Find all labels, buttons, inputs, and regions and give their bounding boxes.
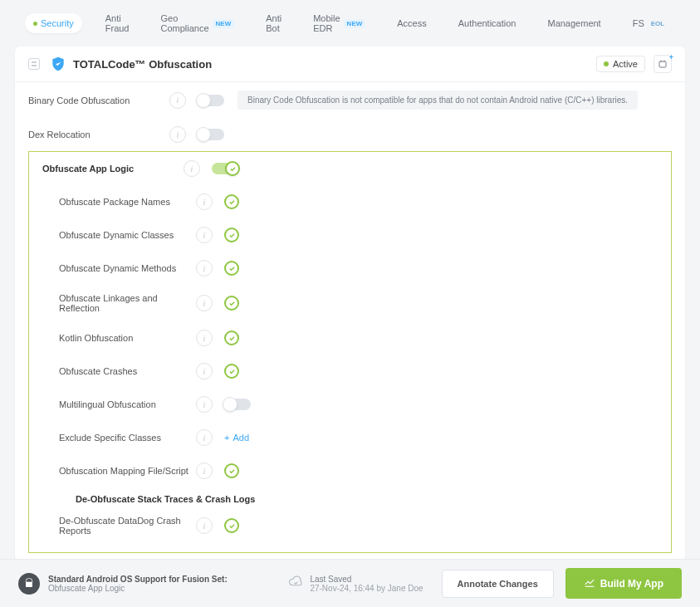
tab-anti-fraud[interactable]: Anti Fraud — [97, 8, 138, 38]
row-dynamic-methods: Obfuscate Dynamic Methods i — [46, 252, 671, 285]
toggle-dex[interactable] — [198, 129, 224, 140]
cloud-sync-icon — [288, 575, 303, 592]
info-icon[interactable]: i — [196, 429, 213, 446]
add-fusion-button[interactable]: + — [653, 55, 672, 73]
check-mapping[interactable] — [224, 463, 239, 478]
row-dex-relocation: Dex Relocation i — [15, 118, 685, 151]
row-datadog: De-Obfuscate DataDog Crash Reports i — [46, 507, 671, 544]
status-label: Active — [613, 59, 638, 69]
check-dynamic-methods[interactable] — [224, 261, 239, 276]
row-linkages-reflection: Obfuscate Linkages and Reflection i — [46, 285, 671, 321]
row-label: Obfuscate Dynamic Methods — [59, 263, 196, 273]
footer-bar: Standard Android OS Support for Fusion S… — [0, 559, 700, 607]
row-crashes: Obfuscate Crashes i — [46, 355, 671, 388]
tab-security[interactable]: Security — [25, 13, 82, 33]
check-crashes[interactable] — [224, 364, 239, 379]
row-exclude-classes: Exclude Specific Classes i + Add — [46, 421, 671, 454]
main-panel: TOTALCode™ Obfuscation Active + Binary C… — [15, 47, 685, 561]
toggle-multilingual[interactable] — [224, 399, 251, 410]
info-icon[interactable]: i — [196, 396, 213, 413]
annotate-changes-button[interactable]: Annotate Changes — [442, 570, 554, 598]
check-dynamic-classes[interactable] — [224, 228, 239, 242]
toggle-binary[interactable] — [198, 95, 224, 106]
info-icon[interactable]: i — [196, 260, 213, 277]
row-kotlin: Kotlin Obfuscation i — [46, 321, 671, 355]
info-icon[interactable]: i — [196, 463, 213, 479]
tab-geo-compliance[interactable]: Geo ComplianceNEW — [152, 8, 242, 38]
row-mapping-file: Obfuscation Mapping File/Script i — [46, 454, 671, 487]
footer-platform-line2: Obfuscate App Logic — [48, 584, 228, 593]
row-label: Obfuscate Crashes — [59, 366, 196, 376]
tab-label: Geo Compliance — [160, 13, 208, 33]
info-icon[interactable]: i — [169, 126, 186, 143]
info-message: Binary Code Obfuscation is not compatibl… — [237, 91, 638, 110]
tab-anti-bot[interactable]: Anti Bot — [257, 8, 290, 38]
status-badge: Active — [596, 56, 645, 72]
tab-access[interactable]: Access — [389, 13, 434, 33]
add-label: Add — [233, 433, 249, 443]
info-icon[interactable]: i — [196, 517, 213, 534]
check-datadog[interactable] — [224, 518, 239, 533]
android-icon — [18, 573, 40, 595]
row-obfuscate-app-logic: Obfuscate App Logic i — [29, 152, 671, 185]
plus-icon: + — [669, 53, 673, 61]
section-title: TOTALCode™ Obfuscation — [73, 58, 212, 71]
plus-icon: + — [224, 433, 229, 443]
info-icon[interactable]: i — [184, 160, 200, 177]
row-label: Obfuscate App Logic — [42, 164, 184, 174]
row-multilingual: Multilingual Obfuscation i — [46, 388, 671, 421]
tab-label: Anti Fraud — [105, 13, 130, 33]
row-dynamic-classes: Obfuscate Dynamic Classes i — [46, 218, 671, 252]
tab-management[interactable]: Management — [539, 13, 609, 33]
footer-platform-line1: Standard Android OS Support for Fusion S… — [48, 575, 228, 584]
deobfuscate-heading: De-Obfuscate Stack Traces & Crash Logs — [46, 487, 671, 507]
tab-fs[interactable]: FSEOL — [624, 13, 677, 33]
sub-rows: Obfuscate Package Names i Obfuscate Dyna… — [29, 185, 671, 544]
svg-point-1 — [27, 580, 27, 580]
info-icon[interactable]: i — [196, 363, 213, 379]
last-saved-value: 27-Nov-24, 16:44 by Jane Doe — [310, 584, 423, 593]
svg-point-2 — [30, 580, 31, 580]
svg-rect-0 — [659, 61, 666, 67]
row-label: Obfuscate Package Names — [59, 197, 196, 207]
tab-authentication[interactable]: Authentication — [450, 13, 525, 33]
top-tabs: SecurityAnti FraudGeo ComplianceNEWAnti … — [0, 0, 700, 47]
settings-rows: Binary Code Obfuscation i Binary Code Ob… — [15, 82, 685, 561]
check-kotlin[interactable] — [224, 330, 239, 345]
tab-label: Mobile EDR — [313, 13, 340, 33]
row-label: Binary Code Obfuscation — [28, 95, 169, 105]
info-icon[interactable]: i — [196, 295, 213, 311]
last-saved-label: Last Saved — [310, 575, 423, 584]
info-icon[interactable]: i — [196, 193, 213, 210]
svg-rect-3 — [26, 582, 32, 587]
tab-label: Access — [397, 18, 426, 28]
collapse-all-button[interactable] — [28, 58, 40, 70]
info-icon[interactable]: i — [169, 92, 186, 109]
check-linkages[interactable] — [224, 296, 239, 311]
status-dot-icon — [604, 61, 609, 66]
info-icon[interactable]: i — [196, 227, 213, 243]
row-binary-obfuscation: Binary Code Obfuscation i Binary Code Ob… — [15, 82, 685, 118]
toggle-app-logic[interactable] — [212, 163, 238, 174]
build-label: Build My App — [600, 578, 663, 590]
row-label: Obfuscate Dynamic Classes — [59, 230, 196, 240]
build-icon — [584, 576, 595, 590]
obfuscate-app-logic-group: Obfuscate App Logic i Obfuscate Package … — [28, 151, 672, 553]
tab-label: Management — [547, 18, 600, 28]
add-exclude-button[interactable]: + Add — [224, 433, 249, 443]
tab-label: FS — [633, 18, 644, 28]
shield-icon — [50, 56, 66, 72]
row-label: Multilingual Obfuscation — [59, 399, 196, 409]
new-badge: NEW — [344, 19, 366, 28]
active-dot-icon — [33, 22, 37, 26]
row-label: Dex Relocation — [28, 130, 169, 140]
info-icon[interactable]: i — [196, 330, 213, 346]
tab-label: Security — [41, 18, 74, 28]
row-label: Kotlin Obfuscation — [59, 333, 196, 343]
panel-header: TOTALCode™ Obfuscation Active + — [15, 47, 685, 82]
build-app-button[interactable]: Build My App — [565, 568, 682, 599]
check-package-names[interactable] — [224, 194, 239, 209]
row-package-names: Obfuscate Package Names i — [46, 185, 671, 218]
row-label: Exclude Specific Classes — [59, 433, 196, 443]
tab-mobile-edr[interactable]: Mobile EDRNEW — [305, 8, 374, 38]
